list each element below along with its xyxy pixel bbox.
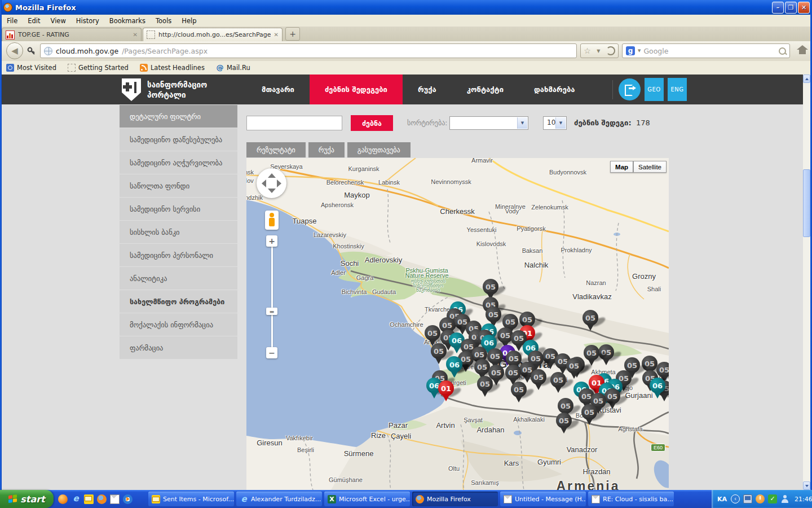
pan-left-icon[interactable] (262, 179, 266, 187)
map-marker[interactable]: 06 (446, 357, 463, 379)
sort-select[interactable]: ▼ (449, 116, 528, 130)
street-view-pegman-icon[interactable] (265, 211, 279, 230)
tab-searchpage[interactable]: http://cloud.moh.go...es/SearchPage.aspx… (143, 28, 283, 41)
pan-right-icon[interactable] (277, 179, 281, 187)
map-marker[interactable]: 01 (438, 380, 454, 403)
keyboard-layout-indicator[interactable]: KA (717, 496, 727, 503)
page-size-select[interactable]: 10▼ (543, 116, 567, 130)
pan-up-icon[interactable] (268, 173, 276, 178)
map-marker[interactable]: 05 (555, 413, 572, 435)
map-marker[interactable]: 05 (430, 343, 447, 366)
map-marker[interactable]: 05 (583, 345, 600, 367)
bookmark-item[interactable]: Latest Headlines (140, 64, 205, 72)
hide-chevron-icon[interactable]: ‹ (731, 494, 740, 503)
taskbar-button[interactable]: Sent Items - Microsof... (148, 492, 234, 506)
sidebar-item[interactable]: ფარმაცია (120, 336, 237, 359)
taskbar-button[interactable]: XMicrosoft Excel - urge... (324, 492, 410, 506)
outlook-icon[interactable] (84, 494, 94, 504)
sidebar-item[interactable]: სამედიცინო სერვისი (120, 198, 237, 220)
bookmark-star-icon[interactable]: ☆ (584, 46, 591, 55)
menu-edit[interactable]: Edit (23, 16, 45, 26)
back-button[interactable]: ◀ (6, 42, 23, 59)
map-marker[interactable]: 05 (581, 404, 598, 427)
antivirus-check-icon[interactable]: ✓ (768, 494, 777, 503)
map-type-map-button[interactable]: Map (610, 161, 633, 173)
map-marker[interactable]: 05 (476, 376, 493, 398)
magnifier-icon[interactable] (779, 47, 786, 55)
map-marker[interactable]: 05 (510, 382, 527, 404)
lang-geo-button[interactable]: GEO (645, 78, 664, 101)
firefox-icon[interactable] (97, 494, 107, 504)
site-nav-item[interactable]: რუქა (403, 75, 452, 104)
url-bar[interactable]: cloud.moh.gov.ge/Pages/SearchPage.aspx (40, 43, 577, 58)
bookmark-item[interactable]: Most Visited (6, 64, 56, 72)
view-tab[interactable]: რეზულტატი (246, 142, 306, 157)
sidebar-item[interactable]: ანალიტიკა (120, 267, 237, 290)
select-arrow-icon[interactable]: ▼ (517, 117, 527, 129)
home-button[interactable] (797, 45, 808, 55)
internet-explorer-icon[interactable]: e (71, 494, 81, 504)
taskbar-button[interactable]: Untitled - Message (H... (500, 492, 586, 506)
view-tab[interactable]: რუქა (308, 142, 345, 157)
logout-icon[interactable] (619, 78, 641, 100)
taskbar-button[interactable]: RE: Cloud - sisxlis ba... (588, 492, 674, 506)
sidebar-item[interactable]: სამედიცინო დაწესებულება (120, 128, 237, 151)
site-nav-item[interactable]: დახმარება (519, 75, 590, 104)
tab-close-icon[interactable]: ✕ (133, 32, 138, 38)
menu-tools[interactable]: Tools (151, 16, 176, 26)
map-marker[interactable]: 05 (566, 358, 582, 380)
zoom-slider-handle[interactable]: ▬ (266, 308, 277, 315)
start-button[interactable]: start (0, 490, 54, 508)
menu-history[interactable]: History (71, 16, 104, 26)
zoom-in-button[interactable]: + (266, 235, 277, 247)
search-input[interactable] (246, 116, 342, 130)
scrollbar-thumb[interactable] (803, 169, 810, 237)
zoom-out-button[interactable]: − (266, 347, 277, 358)
search-engine-box[interactable]: g ▼ Google (622, 43, 790, 58)
taskbar-button[interactable]: eAlexander Turdziladz... (236, 492, 322, 506)
reload-icon[interactable] (606, 46, 615, 55)
menu-file[interactable]: File (2, 16, 23, 26)
menu-bookmarks[interactable]: Bookmarks (104, 16, 151, 26)
sidebar-header[interactable]: დეტალური ფილტრი (120, 105, 237, 128)
chevron-down-icon[interactable]: ▼ (597, 49, 600, 54)
scroll-up-button[interactable] (803, 75, 810, 83)
map-marker[interactable]: 05 (530, 369, 547, 392)
outlook-express-icon[interactable] (110, 494, 120, 504)
sidebar-item[interactable]: საწოლთა ფონდი (120, 174, 237, 197)
map-type-satellite-button[interactable]: Satellite (633, 161, 667, 173)
search-button[interactable]: ძებნა (351, 115, 393, 131)
minimize-button[interactable]: – (772, 2, 784, 14)
map-marker[interactable]: 06 (649, 378, 666, 400)
map-pan-control[interactable] (257, 168, 286, 198)
sidebar-item[interactable]: მოქალაქის ინფორმაცია (120, 313, 237, 336)
key-icon[interactable] (25, 45, 38, 58)
moh-logo-icon[interactable] (120, 77, 143, 102)
sidebar-item[interactable]: სამედიცინო პერსონალი (120, 244, 237, 266)
user-person-icon[interactable] (780, 494, 789, 503)
menu-help[interactable]: Help (176, 16, 201, 26)
tab-close-icon[interactable]: ✕ (274, 32, 279, 38)
vertical-scrollbar[interactable] (803, 75, 810, 490)
zoom-slider-track[interactable] (271, 247, 273, 353)
map-canvas[interactable]: mskNovendzhikSeverskayaKurganinskArmavir… (246, 158, 669, 490)
scroll-down-button[interactable] (803, 481, 810, 490)
view-tab[interactable]: გასუფთავება (347, 142, 411, 157)
search-engine-chevron-icon[interactable]: ▼ (638, 49, 641, 53)
media-player-icon[interactable] (123, 494, 133, 504)
close-button[interactable]: ✕ (798, 2, 810, 14)
pan-down-icon[interactable] (268, 189, 276, 193)
lang-eng-button[interactable]: ENG (668, 78, 687, 101)
bookmark-item[interactable]: @Mail.Ru (216, 64, 250, 72)
sidebar-item[interactable]: სისხლის ბანკი (120, 221, 237, 243)
menu-view[interactable]: View (46, 16, 71, 26)
bookmark-item[interactable]: Getting Started (68, 64, 129, 72)
map-marker[interactable]: 05 (550, 372, 567, 395)
restore-button[interactable]: ❐ (785, 2, 797, 14)
new-tab-button[interactable]: + (285, 27, 300, 41)
window-titlebar[interactable]: Mozilla Firefox – ❐ ✕ (0, 0, 812, 15)
clock-sync-icon[interactable] (756, 494, 765, 503)
launcher-orange-icon[interactable] (58, 494, 68, 504)
select-arrow-icon[interactable]: ▼ (555, 117, 566, 129)
taskbar-button[interactable]: Mozilla Firefox (412, 492, 498, 506)
